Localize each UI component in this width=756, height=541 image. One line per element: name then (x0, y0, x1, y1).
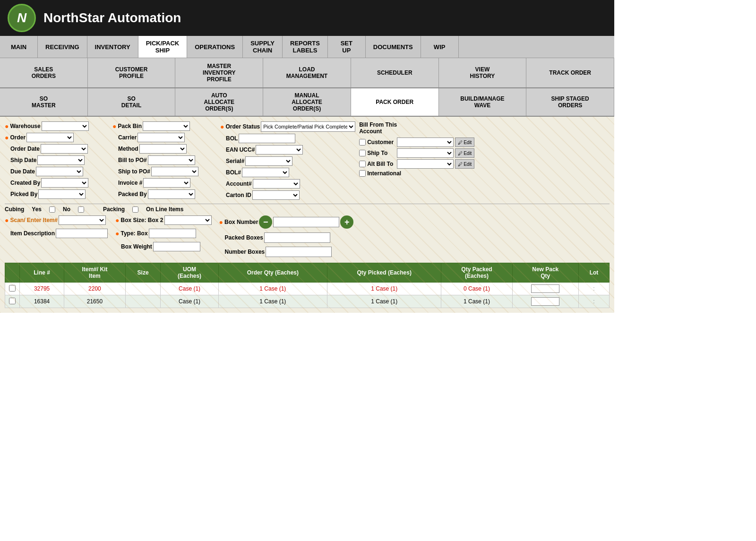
serial-select[interactable] (245, 156, 292, 166)
invoice-select[interactable] (143, 178, 190, 188)
alt-bill-edit-button[interactable]: 🖊 Edit (455, 159, 474, 169)
scan-select[interactable] (59, 215, 106, 225)
bol-label: BOL (226, 135, 238, 142)
ship-date-label: Ship Date (10, 157, 36, 163)
number-boxes-input[interactable] (266, 247, 332, 257)
row-checkbox-1[interactable] (9, 298, 16, 304)
account-row: Account# (220, 179, 355, 189)
subnav-item-view-history[interactable]: VIEW HISTORY (439, 58, 527, 87)
warehouse-select[interactable] (42, 121, 89, 131)
international-checkbox[interactable] (359, 170, 366, 177)
box-number-label: Box Number (224, 219, 258, 225)
order-date-select[interactable] (41, 144, 88, 154)
box-size-select[interactable] (164, 215, 212, 225)
subnav-item-scheduler[interactable]: SCHEDULER (351, 58, 439, 87)
ship-to-po-select[interactable] (151, 167, 198, 176)
ship-to-checkbox[interactable] (359, 150, 366, 156)
bill-to-po-row: Bill to PO# (112, 155, 216, 165)
subnav-item-master-inventory-profile[interactable]: MASTER INVENTORY PROFILE (175, 58, 263, 87)
method-row: Method (112, 144, 216, 154)
customer-checkbox[interactable] (359, 139, 366, 146)
subnav-item-sales-orders[interactable]: SALES ORDERS (0, 58, 88, 87)
row-checkbox-0[interactable] (9, 285, 16, 292)
box-num-col: ● Box Number − + Packed Boxes Number Box… (219, 215, 354, 259)
picked-by-row: Picked By (5, 189, 109, 199)
created-by-select[interactable] (41, 178, 88, 188)
col-header-qty-picked-(eaches): Qty Picked (Eaches) (327, 263, 441, 283)
new-pack-qty-input-0[interactable] (531, 284, 559, 293)
nav-item-reports-labels[interactable]: REPORTS LABELS (283, 36, 328, 58)
subnav2-item-auto-allocate-order(s)[interactable]: AUTO ALLOCATE ORDER(S) (175, 88, 263, 116)
box-number-input[interactable] (273, 217, 339, 227)
subnav2-item-so-master[interactable]: SO MASTER (0, 88, 88, 116)
nav-item-receiving[interactable]: RECEIVING (38, 36, 87, 58)
bill-to-po-select[interactable] (148, 155, 195, 165)
order-select[interactable] (26, 133, 74, 142)
ship-to-edit-button[interactable]: 🖊 Edit (455, 148, 474, 158)
method-select[interactable] (139, 144, 187, 154)
customer-bill-label: Customer (367, 139, 395, 146)
order-row: ● Order (5, 133, 109, 142)
table-row: 327952200Case (1)1 Case (1)1 Case (1)0 C… (5, 283, 610, 295)
nav-item-wip[interactable]: WIP (421, 36, 459, 58)
customer-edit-button[interactable]: 🖊 Edit (455, 137, 474, 147)
box-col: ● Box Size: Box 2 ● Type: Box Box Weight (115, 215, 212, 253)
ship-to-bill-row: Ship To 🖊 Edit (359, 148, 610, 158)
carton-id-select[interactable] (252, 190, 300, 200)
nav-item-set-up[interactable]: SET UP (328, 36, 366, 58)
due-date-select[interactable] (36, 167, 83, 176)
account-label: Account# (226, 180, 252, 187)
nav-item-operations[interactable]: OPERATIONS (187, 36, 243, 58)
carrier-select[interactable] (137, 133, 185, 142)
packed-by-select[interactable] (148, 189, 195, 199)
bol-num-select[interactable] (242, 168, 289, 177)
cubing-no-checkbox[interactable] (78, 206, 84, 213)
subnav-item-load-management[interactable]: LOAD MANAGEMENT (263, 58, 351, 87)
box-weight-label: Box Weight (121, 243, 152, 250)
order-table: Line #Item#/ Kit ItemSizeUOM (Eaches)Ord… (5, 263, 610, 308)
box-number-plus-button[interactable]: + (340, 215, 353, 229)
method-label: Method (118, 146, 138, 152)
nav-item-documents[interactable]: DOCUMENTS (366, 36, 421, 58)
nav-item-inventory[interactable]: INVENTORY (87, 36, 138, 58)
subnav-item-track-order[interactable]: TRACK ORDER (526, 58, 614, 87)
new-pack-qty-input-1[interactable] (531, 297, 559, 306)
subnav2-item-manual-allocate-order(s)[interactable]: MANUAL ALLOCATE ORDER(S) (263, 88, 351, 116)
box-number-minus-button[interactable]: − (259, 215, 272, 229)
picked-by-select[interactable] (38, 189, 86, 199)
order-status-select[interactable]: Pick Complete/Partial Pick Complete (261, 121, 355, 132)
created-by-label: Created By (10, 180, 40, 186)
alt-bill-row: Alt Bill To 🖊 Edit (359, 159, 610, 169)
subnav2-item-build-manage-wave[interactable]: BUILD/MANAGE WAVE (439, 88, 527, 116)
ship-date-select[interactable] (37, 155, 85, 165)
bol-num-row: BOL# (220, 168, 355, 177)
subnav2-item-ship-staged-orders[interactable]: SHIP STAGED ORDERS (526, 88, 614, 116)
cubing-yes-checkbox[interactable] (49, 206, 55, 213)
bol-input[interactable] (239, 134, 295, 143)
packed-boxes-input[interactable] (264, 232, 330, 243)
pack-bin-select[interactable] (143, 121, 190, 131)
ean-ucc-select[interactable] (256, 145, 303, 155)
alt-bill-select[interactable] (397, 159, 454, 169)
yes-label: Yes (32, 206, 42, 213)
alt-bill-checkbox[interactable] (359, 161, 366, 167)
table-cell: 1 Case (1) (327, 295, 441, 308)
nav-item-supply-chain[interactable]: SUPPLY CHAIN (243, 36, 283, 58)
box-weight-input[interactable] (153, 242, 200, 251)
ship-to-bill-select[interactable] (397, 148, 454, 158)
subnav-item-customer-profile[interactable]: CUSTOMER PROFILE (88, 58, 176, 87)
nav-item-pick-pack-ship[interactable]: PICK/PACK SHIP (138, 36, 188, 58)
nav-item-main[interactable]: MAIN (0, 36, 38, 58)
customer-bill-select[interactable] (397, 137, 454, 147)
col-header-lot: Lot (578, 263, 609, 283)
account-select[interactable] (253, 179, 300, 189)
number-boxes-label: Number Boxes (225, 249, 265, 255)
type-input[interactable] (149, 229, 196, 238)
picked-by-label: Picked By (10, 191, 37, 198)
col-header-size: Size (125, 263, 161, 283)
subnav2-item-pack-order[interactable]: PACK ORDER (351, 88, 439, 116)
item-desc-input[interactable] (56, 229, 108, 238)
subnav2-item-so-detail[interactable]: SO DETAIL (88, 88, 176, 116)
packing-checkbox[interactable] (132, 206, 138, 213)
packed-by-label: Packed By (118, 191, 147, 198)
